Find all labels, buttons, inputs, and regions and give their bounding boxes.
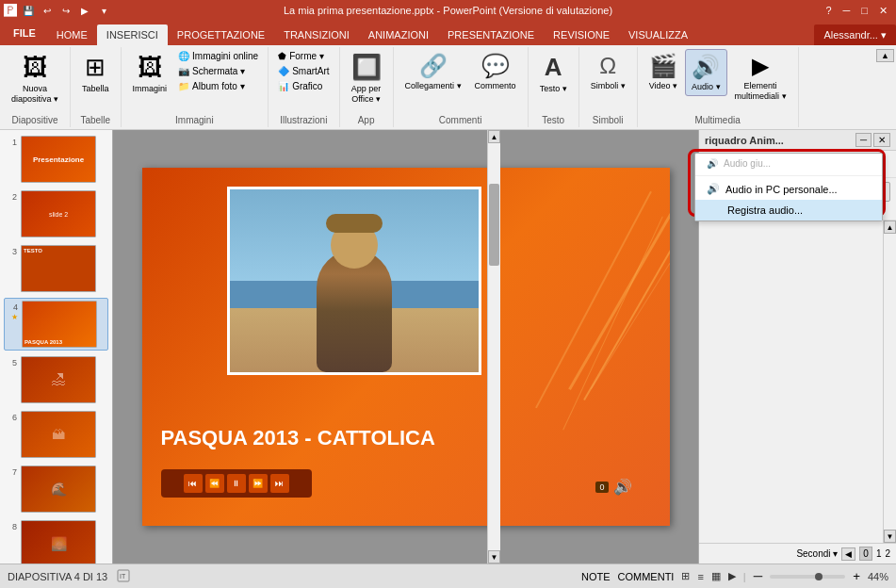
tab-file[interactable]: FILE: [2, 21, 47, 45]
slide-img-4: PASQUA 2013: [22, 301, 97, 348]
qa-save-icon[interactable]: 💾: [21, 3, 36, 18]
audio-pc-label: Audio in PC personale...: [725, 184, 838, 195]
video-button[interactable]: 🎬 Video ▾: [643, 49, 683, 94]
ribbon-tabs: FILE HOME INSERISCI PROGETTAZIONE TRANSI…: [0, 21, 896, 45]
panel-close-button[interactable]: ✕: [873, 133, 890, 147]
tab-home[interactable]: HOME: [47, 24, 97, 45]
immagini-button[interactable]: 🖼 Immagini: [127, 49, 173, 97]
powerpoint-logo-icon: 🅿: [4, 3, 17, 18]
slide-num-4: 4★: [7, 302, 18, 321]
slide-thumb-4[interactable]: 4★ PASQUA 2013: [4, 298, 108, 351]
ctrl-prev-prev[interactable]: ⏮: [184, 474, 203, 493]
comments-button[interactable]: COMMENTI: [618, 571, 675, 582]
schermata-button[interactable]: 📷 Schermata ▾: [174, 64, 262, 78]
title-bar: 🅿 💾 ↩ ↪ ▶ ▾ La mia prima presentazione.p…: [0, 0, 896, 21]
forme-label: Forme ▾: [289, 51, 324, 61]
immagini-online-button[interactable]: 🌐 Immagini online: [174, 49, 262, 63]
slide-num-3: 3: [6, 247, 17, 256]
ctrl-next-next[interactable]: ⏭: [270, 474, 289, 493]
qa-menu-icon[interactable]: ▾: [96, 3, 111, 18]
slide-thumb-5[interactable]: 5 🏖: [4, 354, 108, 405]
tab-presentazione[interactable]: PRESENTAZIONE: [438, 24, 544, 45]
tab-user[interactable]: Alessandr... ▾: [814, 24, 896, 45]
timeline-prev-button[interactable]: ◀: [841, 547, 855, 561]
slide-thumb-7[interactable]: 7 🌊: [4, 464, 108, 514]
slide-thumb-3[interactable]: 3 TESTO: [4, 243, 108, 294]
slide-thumb-1[interactable]: 1 Presentazione: [4, 134, 108, 185]
simboli-button[interactable]: Ω Simboli ▾: [585, 49, 631, 94]
slide-thumb-8[interactable]: 8 🌅: [4, 518, 108, 564]
audio-dropdown: 🔊 Audio giu... 🔊 Audio in PC personale..…: [694, 153, 883, 221]
app-label: App perOffice ▾: [351, 84, 382, 105]
forme-button[interactable]: ⬟ Forme ▾: [274, 49, 333, 63]
ctrl-next[interactable]: ⏩: [249, 474, 268, 493]
app-icon: 🔲: [351, 53, 382, 82]
timeline-val-1: 1: [876, 548, 882, 559]
app-per-office-button[interactable]: 🔲 App perOffice ▾: [346, 49, 387, 108]
ribbon-collapse-button[interactable]: ▲: [876, 49, 894, 62]
tab-progettazione[interactable]: PROGETTAZIONE: [168, 24, 274, 45]
testo-button[interactable]: A Testo ▾: [534, 49, 573, 97]
svg-text:IT: IT: [120, 573, 126, 580]
qa-undo-icon[interactable]: ↩: [40, 3, 55, 18]
slide-controls: ⏮ ⏪ ⏸ ⏩ ⏭: [161, 469, 312, 498]
table-icon: ⊞: [85, 53, 106, 82]
view-slide-sorter-icon[interactable]: ≡: [697, 571, 703, 582]
zoom-in-button[interactable]: +: [853, 569, 860, 583]
status-right: NOTE COMMENTI ⊞ ≡ ▦ ▶ | ─ + 44%: [581, 569, 888, 583]
audio-record-item[interactable]: Registra audio...: [695, 200, 882, 220]
minimize-button[interactable]: ─: [839, 4, 855, 18]
tab-transizioni[interactable]: TRANSIZIONI: [274, 24, 359, 45]
panel-scroll-down[interactable]: ▼: [884, 530, 896, 543]
panel-minimize-button[interactable]: ─: [855, 133, 872, 147]
right-panel-title: riquadro Anim...: [705, 135, 784, 146]
grafico-button[interactable]: 📊 Grafico: [274, 79, 333, 93]
view-normal-icon[interactable]: ⊞: [681, 570, 690, 582]
tab-revisione[interactable]: REVISIONE: [544, 24, 619, 45]
nuova-diapositiva-button[interactable]: 🖼 Nuovadiapositiva ▾: [6, 49, 64, 108]
seconds-label: Secondi ▾: [796, 548, 838, 559]
close-button[interactable]: ✕: [874, 4, 892, 18]
slide-thumb-2[interactable]: 2 slide 2: [4, 188, 108, 239]
panel-scroll-up[interactable]: ▲: [884, 220, 896, 234]
maximize-button[interactable]: □: [856, 4, 872, 18]
schermata-label: Schermata ▾: [192, 66, 245, 76]
right-panel-header: riquadro Anim... ─ ✕: [699, 130, 896, 151]
qa-play-icon[interactable]: ▶: [77, 3, 92, 18]
group-illustrazioni: ⬟ Forme ▾ 🔷 SmartArt 📊 Grafico Illustraz…: [269, 47, 339, 127]
zoom-slider[interactable]: [770, 575, 845, 579]
scroll-up-button[interactable]: ▲: [488, 130, 500, 143]
help-button[interactable]: ?: [821, 4, 836, 18]
scroll-down-button[interactable]: ▼: [488, 550, 500, 564]
ctrl-prev[interactable]: ⏪: [205, 474, 224, 493]
album-foto-button[interactable]: 📁 Album foto ▾: [174, 79, 262, 93]
smartart-button[interactable]: 🔷 SmartArt: [274, 64, 333, 78]
audio-pc-item[interactable]: 🔊 Audio in PC personale...: [695, 178, 882, 200]
slide-thumb-6[interactable]: 6 🏔: [4, 409, 108, 460]
tab-animazioni[interactable]: ANIMAZIONI: [359, 24, 438, 45]
ctrl-pause[interactable]: ⏸: [227, 474, 246, 493]
tabella-button[interactable]: ⊞ Tabella: [76, 49, 115, 97]
elementi-multimediali-button[interactable]: ▶ Elementimultimediali ▾: [729, 49, 792, 106]
link-icon: 🔗: [419, 53, 448, 79]
volume-icon[interactable]: 🔊: [613, 478, 632, 496]
collegamenti-button[interactable]: 🔗 Collegamenti ▾: [399, 49, 467, 94]
symbols-icon: Ω: [599, 53, 616, 79]
scroll-thumb[interactable]: [489, 184, 499, 265]
video-icon: 🎬: [649, 53, 677, 79]
tab-visualizza[interactable]: VISUALIZZA: [619, 24, 697, 45]
grafico-label: Grafico: [292, 81, 322, 91]
qa-redo-icon[interactable]: ↪: [58, 3, 73, 18]
audio-button[interactable]: 🔊 Audio ▾: [685, 49, 727, 96]
tab-inserisci[interactable]: INSERISCI: [97, 24, 168, 45]
group-immagini-content: 🖼 Immagini 🌐 Immagini online 📷 Schermata…: [127, 49, 263, 113]
slide-icon: 🖼: [23, 53, 47, 82]
image-icon: 🖼: [138, 53, 162, 82]
person-hat: [326, 214, 383, 233]
commento-button[interactable]: 💬 Commento: [469, 49, 522, 94]
zoom-out-button[interactable]: ─: [754, 569, 762, 583]
immagini-col: 🌐 Immagini online 📷 Schermata ▾ 📁 Album …: [174, 49, 262, 93]
notes-button[interactable]: NOTE: [581, 571, 611, 582]
view-slideshow-icon[interactable]: ▶: [728, 570, 736, 582]
view-reading-icon[interactable]: ▦: [711, 570, 721, 582]
